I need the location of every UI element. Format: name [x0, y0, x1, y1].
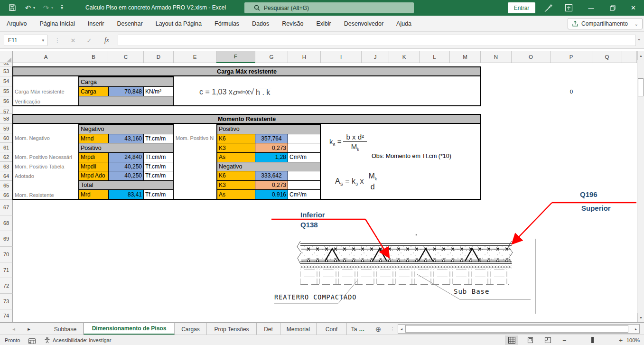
- tab-layout-da-pagina[interactable]: Layout da Página: [156, 20, 202, 27]
- tab-dados[interactable]: Dados: [252, 20, 269, 27]
- col-header-E[interactable]: E: [174, 51, 216, 63]
- cell-A60-label[interactable]: Mom. Negativo: [15, 133, 77, 143]
- horizontal-scrollbar[interactable]: ◂ ▸: [398, 324, 640, 334]
- name-box-caret-icon[interactable]: ▾: [42, 38, 47, 43]
- formula-input[interactable]: [118, 35, 636, 46]
- tab-ajuda[interactable]: Ajuda: [396, 20, 411, 27]
- sheet-tab-prop-tensoes[interactable]: Prop Tensões: [207, 323, 257, 335]
- hscroll-right-icon[interactable]: ▸: [633, 325, 639, 333]
- col-header-K[interactable]: K: [389, 51, 420, 63]
- search-box[interactable]: Pesquisar (Alt+G): [244, 2, 414, 13]
- cell-B55[interactable]: Carga: [79, 87, 109, 96]
- table-row[interactable]: Carga 70,848 KN/m²: [79, 87, 173, 96]
- cell-G61[interactable]: 0,273: [255, 143, 288, 152]
- cell-B64[interactable]: Mrpd Ado: [79, 171, 109, 180]
- sheet-prev-icon[interactable]: ◂: [9, 323, 19, 335]
- sheet-tab-ta-truncated[interactable]: Ta …: [347, 323, 369, 335]
- scroll-down-icon[interactable]: ▼: [637, 313, 644, 322]
- cell-H64[interactable]: [288, 171, 320, 180]
- table-row[interactable]: Negativo: [79, 125, 173, 134]
- view-page-break-icon[interactable]: [541, 336, 554, 345]
- col-header-I[interactable]: I: [321, 51, 362, 63]
- cell-H61[interactable]: [288, 143, 320, 152]
- minimize-button[interactable]: —: [580, 0, 602, 16]
- col-header-O[interactable]: O: [512, 51, 551, 63]
- cell-D64[interactable]: Tf.cm/m: [144, 171, 173, 180]
- cell-G65[interactable]: 0,273: [255, 181, 288, 190]
- cell-F64[interactable]: K6: [217, 171, 255, 180]
- view-normal-icon[interactable]: [505, 336, 518, 345]
- cell-H60[interactable]: [288, 134, 320, 143]
- cell-A62-label[interactable]: Mom. Positivo Necessári: [15, 152, 77, 162]
- cell-P55-value[interactable]: 0: [551, 86, 592, 96]
- select-all-corner[interactable]: [0, 51, 13, 63]
- formula-bar-expand-icon[interactable]: ⌄: [637, 36, 641, 42]
- row-header-57[interactable]: 57: [0, 106, 13, 114]
- cell-D60[interactable]: Tf.cm/m: [144, 134, 173, 143]
- row-header-55[interactable]: 55: [0, 86, 13, 96]
- table-row[interactable]: Positivo: [217, 125, 320, 134]
- sheet-tab-cargas[interactable]: Cargas: [175, 323, 207, 335]
- cell-D66[interactable]: Tf.cm/m: [144, 190, 173, 199]
- cell-F61[interactable]: K3: [217, 143, 255, 152]
- col-header-Q[interactable]: Q: [592, 51, 622, 63]
- sheet-tab-conf[interactable]: Conf: [317, 323, 347, 335]
- cell-F65[interactable]: K3: [217, 181, 255, 190]
- row-header-70[interactable]: 70: [0, 247, 13, 262]
- table-row[interactable]: [79, 96, 173, 105]
- row-header-67[interactable]: 67: [0, 200, 13, 215]
- col-header-J[interactable]: J: [362, 51, 389, 63]
- carga-section-header[interactable]: Carga Máx resistente: [12, 66, 481, 76]
- cell-E60-label[interactable]: Mom. Positivo N: [176, 133, 215, 143]
- col-header-A[interactable]: A: [13, 51, 79, 63]
- row-header-52[interactable]: 52: [0, 63, 13, 66]
- row-header-69[interactable]: 69: [0, 231, 13, 247]
- cell-A55-label[interactable]: Carga Máx resistente: [15, 86, 77, 96]
- row-header-62[interactable]: 62: [0, 152, 13, 162]
- tab-pagina-inicial[interactable]: Página Inicial: [39, 20, 75, 27]
- cell-G64[interactable]: 333,642: [255, 171, 288, 180]
- cell-B63[interactable]: Mrpdii: [79, 162, 109, 171]
- row-header-54[interactable]: 54: [0, 76, 13, 86]
- cell-C62[interactable]: 24,840: [109, 153, 144, 162]
- add-sheet-icon[interactable]: ⊕: [373, 323, 383, 335]
- table-row[interactable]: Carga: [79, 77, 173, 87]
- cell-A63-label[interactable]: Mom. Positivo Tabela: [15, 162, 77, 171]
- row-header-53[interactable]: 53: [0, 66, 13, 76]
- tab-inserir[interactable]: Inserir: [88, 20, 104, 27]
- row63-title-right[interactable]: Negativo: [217, 162, 320, 171]
- entrar-button[interactable]: Entrar: [508, 2, 535, 13]
- horizontal-scroll-thumb[interactable]: [405, 325, 628, 333]
- row-header-68[interactable]: 68: [0, 215, 13, 231]
- row61-title[interactable]: Positivo: [79, 143, 173, 152]
- cell-D55[interactable]: KN/m²: [144, 87, 173, 96]
- save-icon[interactable]: [9, 4, 16, 13]
- cell-C66[interactable]: 83,41: [109, 190, 144, 199]
- cell-D62[interactable]: Tf.cm/m: [144, 153, 173, 162]
- row-header-56[interactable]: 56: [0, 96, 13, 106]
- tab-arquivo[interactable]: Arquivo: [7, 20, 27, 27]
- row59-title[interactable]: Negativo: [79, 125, 173, 134]
- close-button[interactable]: ✕: [623, 0, 644, 16]
- col-header-M[interactable]: M: [450, 51, 481, 63]
- row-header-65[interactable]: 65: [0, 181, 13, 190]
- hscroll-left-icon[interactable]: ◂: [398, 325, 405, 333]
- cell-C60[interactable]: 43,160: [109, 134, 144, 143]
- sheet-tab-dimensionamento-de-pisos[interactable]: Dimensionamento de Pisos: [84, 323, 175, 335]
- ink-pen-icon[interactable]: [544, 3, 553, 15]
- cell-G62[interactable]: 1,28: [255, 153, 288, 162]
- fx-icon[interactable]: fx: [100, 35, 114, 46]
- tab-formulas[interactable]: Fórmulas: [215, 20, 239, 27]
- sheet-next-icon[interactable]: ▸: [24, 323, 34, 335]
- tab-desenhar[interactable]: Desenhar: [117, 20, 142, 27]
- row59-title-right[interactable]: Positivo: [217, 125, 320, 134]
- row-header-72[interactable]: 72: [0, 278, 13, 294]
- table-row[interactable]: As 1,28 Cm²/m: [217, 153, 320, 162]
- cell-D63[interactable]: Tf.cm/m: [144, 162, 173, 171]
- col-header-G[interactable]: G: [255, 51, 288, 63]
- row-header-64[interactable]: 64: [0, 171, 13, 181]
- row-header-74[interactable]: 74: [0, 309, 13, 322]
- table-row[interactable]: Mrd 83,41 Tf.cm/m: [79, 190, 173, 199]
- row-header-60[interactable]: 60: [0, 133, 13, 143]
- cell-H62[interactable]: Cm²/m: [288, 153, 320, 162]
